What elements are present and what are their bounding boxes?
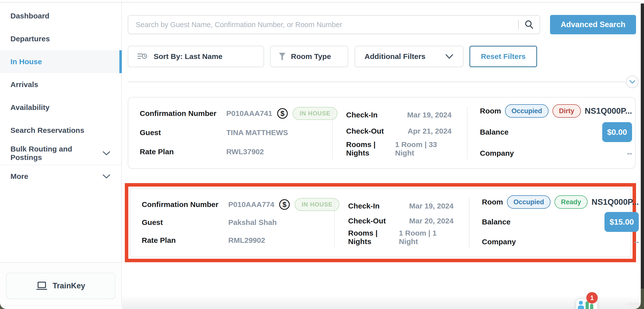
card-room-column: Room Occupied Ready NS1Q000P... Balance …: [469, 189, 644, 257]
chevron-down-icon: [629, 80, 636, 84]
laptop-icon: [36, 281, 47, 290]
rate-plan-label: Rate Plan: [140, 148, 226, 156]
notification-badge: 1: [586, 292, 598, 303]
window-top-divider: [0, 2, 644, 3]
rate-plan-value: RWL37902: [226, 148, 264, 156]
search-divider: [518, 20, 519, 30]
rate-plan-label: Rate Plan: [142, 236, 228, 244]
confirmation-number: P010AAA774: [228, 200, 274, 209]
sidebar-item-more[interactable]: More: [0, 165, 121, 188]
card-room-column: Room Occupied Dirty NS1Q000P... Balance …: [467, 98, 641, 168]
sidebar-item-label: Departures: [10, 35, 50, 43]
search-row: Advanced Search: [128, 15, 636, 34]
card-id-column: Confirmation Number P010AAA741 $ IN HOUS…: [128, 98, 332, 168]
room-status-badge: Occupied: [505, 104, 548, 118]
sidebar-item-dashboard[interactable]: Dashboard: [0, 5, 121, 27]
slack-glyph-green-bar: [590, 304, 593, 309]
guest-name: TINA MATTHEWS: [226, 128, 288, 137]
chevron-down-icon: [102, 174, 110, 179]
company-value: --: [627, 149, 632, 157]
main-content: Advanced Search Sort By: Last Name Room …: [122, 3, 644, 309]
check-in-label: Check-In: [348, 202, 380, 210]
status-badge: IN HOUSE: [295, 198, 340, 211]
filter-row: Sort By: Last Name Room Type Additional …: [128, 46, 636, 67]
rooms-nights-value: 1 Room | 33 Night: [395, 140, 452, 157]
check-out-date: Mar 20, 2024: [409, 217, 454, 225]
rooms-nights-label: Rooms | Nights: [348, 229, 399, 246]
slack-glyph-blue-bar: [578, 305, 584, 309]
chevron-down-icon: [445, 54, 454, 59]
sort-by-dropdown[interactable]: Sort By: Last Name: [128, 46, 264, 67]
search-icon[interactable]: [524, 20, 534, 30]
dollar-circle-icon[interactable]: $: [277, 108, 288, 119]
slack-icon[interactable]: 1: [576, 299, 597, 309]
sidebar-item-search-reservations[interactable]: Search Reservations: [0, 119, 121, 142]
card-column-divider: [469, 198, 470, 248]
guest-label: Guest: [140, 128, 226, 137]
card-column-divider: [334, 198, 335, 248]
sidebar-item-label: Search Reservations: [10, 126, 84, 135]
slack-glyph-green-bar: [586, 301, 589, 309]
sidebar-item-label: In House: [10, 58, 42, 66]
card-column-divider: [467, 107, 468, 159]
reset-filters-button[interactable]: Reset Filters: [470, 46, 537, 67]
sidebar: Dashboard Departures In House Arrivals A…: [0, 3, 122, 309]
search-box: [128, 15, 540, 34]
check-out-label: Check-Out: [346, 127, 384, 135]
sidebar-item-bulk-routing[interactable]: Bulk Routing and Postings: [0, 142, 121, 165]
sidebar-item-availability[interactable]: Availability: [0, 96, 121, 119]
advanced-search-button[interactable]: Advanced Search: [550, 15, 636, 34]
housekeeping-status-badge: Dirty: [552, 104, 581, 118]
collapse-toggle[interactable]: [626, 76, 638, 88]
room-number: NS1Q000P...: [592, 197, 639, 207]
sidebar-item-arrivals[interactable]: Arrivals: [0, 73, 121, 96]
check-in-date: Mar 19, 2024: [409, 202, 454, 210]
guest-name: Pakshal Shah: [228, 218, 277, 227]
highlight-annotation: Confirmation Number P010AAA774 $ IN HOUS…: [125, 183, 636, 262]
trainkey-button[interactable]: TrainKey: [6, 273, 115, 299]
check-in-label: Check-In: [346, 111, 378, 119]
sidebar-item-departures[interactable]: Departures: [0, 27, 121, 50]
card-dates-column: Check-In Mar 19, 2024 Check-Out Apr 21, …: [332, 98, 467, 168]
sidebar-item-label: Availability: [10, 103, 50, 112]
sidebar-item-label: Dashboard: [10, 12, 50, 20]
reservation-list: Confirmation Number P010AAA741 $ IN HOUS…: [122, 97, 644, 262]
sidebar-footer: TrainKey: [0, 262, 121, 309]
sidebar-item-label: Arrivals: [10, 80, 38, 89]
sidebar-item-label: Bulk Routing and Postings: [10, 145, 102, 162]
company-label: Company: [480, 149, 514, 157]
sidebar-item-label: More: [10, 172, 28, 181]
rooms-nights-value: 1 Room | 1 Night: [399, 229, 454, 246]
rooms-nights-label: Rooms | Nights: [346, 140, 395, 157]
slack-glyph-blue-dot: [579, 301, 583, 305]
svg-text:$: $: [280, 110, 284, 117]
room-label: Room: [480, 107, 501, 115]
dollar-circle-icon[interactable]: $: [279, 199, 290, 210]
card-id-column: Confirmation Number P010AAA774 $ IN HOUS…: [130, 189, 334, 257]
company-value: --: [634, 238, 639, 246]
sidebar-item-in-house[interactable]: In House: [0, 50, 121, 73]
sort-icon: [137, 52, 147, 61]
search-input[interactable]: [130, 21, 516, 29]
room-number: NS1Q000P...: [585, 106, 632, 116]
balance-button[interactable]: $0.00: [602, 122, 632, 142]
rate-plan-value: RML29902: [228, 236, 265, 244]
sort-by-label: Sort By: Last Name: [154, 52, 222, 61]
background-window-edge: [641, 4, 644, 309]
balance-label: Balance: [480, 128, 508, 136]
reservation-card[interactable]: Confirmation Number P010AAA741 $ IN HOUS…: [128, 97, 636, 169]
status-badge: IN HOUSE: [293, 107, 338, 120]
balance-label: Balance: [482, 218, 510, 226]
room-type-filter[interactable]: Room Type: [270, 46, 348, 67]
additional-filters-dropdown[interactable]: Additional Filters: [354, 46, 464, 67]
guest-label: Guest: [142, 218, 228, 227]
reservation-card[interactable]: Confirmation Number P010AAA774 $ IN HOUS…: [130, 188, 631, 257]
check-out-date: Apr 21, 2024: [408, 127, 452, 135]
company-label: Company: [482, 238, 516, 246]
chevron-down-icon: [102, 151, 110, 156]
balance-button[interactable]: $15.00: [604, 212, 639, 232]
additional-filters-label: Additional Filters: [364, 52, 426, 61]
confirmation-number: P010AAA741: [226, 109, 272, 118]
filter-funnel-icon: [278, 52, 286, 61]
section-divider: [128, 82, 632, 82]
